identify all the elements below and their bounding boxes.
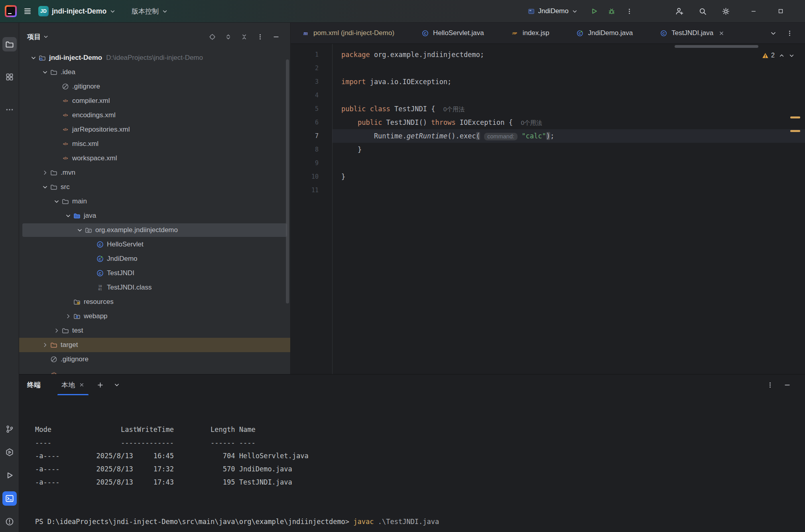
error-stripe-mark[interactable] [790, 116, 800, 118]
prev-problem-chevron-icon[interactable] [779, 53, 785, 59]
collapse-button[interactable] [239, 32, 250, 42]
structure-tool-button[interactable] [2, 70, 17, 84]
code-line[interactable]: 2 [291, 61, 805, 75]
next-problem-chevron-icon[interactable] [789, 53, 795, 59]
editor-tab[interactable]: CJndiDemo.java [569, 23, 639, 43]
terminal-prompt-line[interactable]: PS D:\ideaProjects\jndi-inject-Demo\src\… [35, 515, 805, 528]
tree-item[interactable]: </>misc.xml [19, 137, 290, 151]
chevron-right-icon[interactable] [52, 327, 61, 334]
line-number[interactable]: 9 [291, 160, 332, 167]
code-line[interactable]: 1package org.example.jndiinjectdemo; [291, 48, 805, 61]
chevron-down-icon[interactable] [41, 69, 49, 76]
code-line[interactable]: 4 [291, 89, 805, 102]
line-number[interactable]: 10 [291, 173, 332, 180]
line-number[interactable]: 11 [291, 187, 332, 194]
line-number[interactable]: 6 [291, 119, 332, 126]
window-minimize-button[interactable] [747, 4, 760, 18]
terminal-output[interactable]: Mode LastWriteTime Length Name---- -----… [19, 395, 805, 532]
line-number[interactable]: 7 [291, 132, 332, 140]
tree-item[interactable]: src [19, 180, 290, 194]
tree-item[interactable]: webapp [19, 309, 290, 323]
terminal-options-kebab-icon[interactable] [767, 382, 774, 388]
tree-item[interactable]: </> [19, 366, 290, 374]
chevron-down-icon[interactable] [52, 198, 61, 205]
tree-item[interactable]: </>compiler.xml [19, 94, 290, 108]
tree-item[interactable]: .mvn [19, 166, 290, 180]
chevron-right-icon[interactable] [41, 169, 49, 176]
error-stripe-mark[interactable] [790, 130, 800, 132]
chevron-down-icon[interactable] [64, 212, 73, 219]
search-everywhere-button[interactable] [696, 4, 709, 18]
line-number[interactable]: 3 [291, 78, 332, 85]
dots-v-button[interactable] [255, 32, 266, 42]
project-panel-title[interactable]: 项目 [27, 32, 41, 41]
tree-item[interactable]: .gitignore [19, 79, 290, 94]
inspections-widget[interactable]: 2 [762, 52, 795, 59]
tree-item[interactable]: target [19, 338, 290, 352]
close-icon[interactable] [79, 382, 85, 388]
code-with-me-button[interactable] [673, 4, 686, 18]
run-configuration-widget[interactable]: JndiDemo [528, 7, 578, 15]
tab-close-icon[interactable] [718, 30, 724, 36]
terminal-tool-button[interactable] [2, 491, 17, 506]
code-line[interactable]: 5public class TestJNDI { 0个用法 [291, 102, 805, 116]
minus-button[interactable] [271, 32, 281, 42]
project-widget[interactable]: JD jndi-inject-Demo [38, 6, 116, 16]
tree-item[interactable]: test [19, 323, 290, 338]
tree-item[interactable]: CTestJNDI [19, 266, 290, 280]
project-tool-button[interactable] [2, 37, 17, 51]
window-maximize-button[interactable] [774, 4, 787, 18]
line-number[interactable]: 1 [291, 51, 332, 58]
line-number[interactable]: 5 [291, 105, 332, 112]
tree-item[interactable]: 1001TestJNDI.class [19, 280, 290, 295]
chevron-right-icon[interactable] [64, 313, 73, 320]
code-line[interactable]: 9 [291, 156, 805, 170]
services-tool-button[interactable] [2, 445, 17, 459]
editor-tab[interactable]: mpom.xml (jndi-inject-Demo) [295, 23, 401, 43]
chevron-right-icon[interactable] [41, 341, 49, 349]
code-line[interactable]: 3import java.io.IOException; [291, 75, 805, 89]
code-line[interactable]: 6 public TestJNDI() throws IOException {… [291, 116, 805, 129]
tabbar-scrollbar-thumb[interactable] [675, 45, 758, 48]
tree-item[interactable]: org.example.jndiinjectdemo [19, 223, 290, 237]
tree-item[interactable]: resources [19, 295, 290, 309]
expand-button[interactable] [223, 32, 234, 42]
main-menu-button[interactable] [21, 4, 34, 18]
tree-item[interactable]: .idea [19, 65, 290, 79]
code-line[interactable]: 8 } [291, 143, 805, 156]
hidden-tabs-chevron-icon[interactable] [770, 30, 777, 37]
new-terminal-tab-button[interactable] [94, 379, 106, 391]
project-tree-scrollbar[interactable] [286, 59, 289, 303]
tree-item[interactable]: </>encodings.xml [19, 108, 290, 122]
vcs-widget[interactable]: 版本控制 [132, 7, 168, 16]
terminal-hide-icon[interactable] [784, 382, 791, 388]
tree-item[interactable]: java [19, 209, 290, 223]
settings-button[interactable] [719, 4, 732, 18]
tree-item[interactable]: main [19, 194, 290, 209]
line-number[interactable]: 4 [291, 92, 332, 99]
chevron-down-icon[interactable] [41, 183, 49, 191]
line-number[interactable]: 8 [291, 146, 332, 153]
more-run-actions-button[interactable] [622, 4, 636, 18]
locate-button[interactable] [207, 32, 218, 42]
tree-item[interactable]: CJndiDemo [19, 252, 290, 266]
editor-tab[interactable]: CHelloServlet.java [414, 23, 490, 43]
version-control-tool-button[interactable] [2, 422, 17, 436]
terminal-shell-chevron[interactable] [111, 379, 123, 391]
line-number[interactable]: 2 [291, 65, 332, 72]
chevron-down-icon[interactable] [29, 54, 38, 61]
run-button[interactable] [587, 4, 601, 18]
tab-options-kebab-icon[interactable] [786, 30, 793, 37]
tree-item[interactable]: CHelloServlet [19, 237, 290, 252]
code-editor[interactable]: 1package org.example.jndiinjectdemo;23im… [291, 44, 805, 374]
code-line[interactable]: 10} [291, 170, 805, 183]
terminal-tab-local[interactable]: 本地 [57, 374, 89, 395]
tree-item[interactable]: .gitignore [19, 352, 290, 366]
tree-item[interactable]: </>workspace.xml [19, 151, 290, 166]
tree-item[interactable]: jndi-inject-DemoD:\ideaProjects\jndi-inj… [19, 51, 290, 65]
debug-button[interactable] [605, 4, 618, 18]
run-tool-button[interactable] [2, 468, 17, 483]
code-line[interactable]: 7 Runtime.getRuntime().exec( command: "c… [291, 129, 805, 143]
editor-tab[interactable]: CTestJNDI.java [653, 23, 731, 43]
more-tool-windows-tool-button[interactable] [2, 102, 17, 117]
